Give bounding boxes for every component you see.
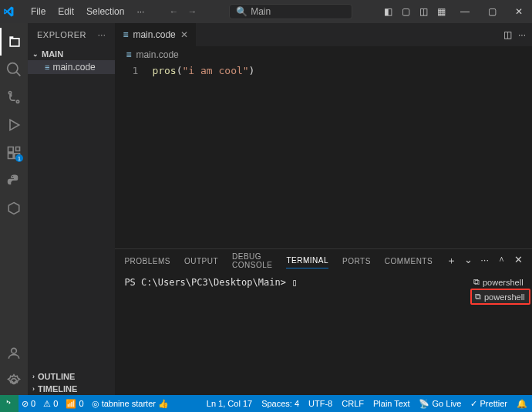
- status-prettier[interactable]: ✓ Prettier: [470, 399, 507, 409]
- status-errors[interactable]: ⊘ 0: [22, 399, 35, 409]
- editor-body[interactable]: 1 pros("i am cool"): [115, 63, 532, 248]
- line-number: 1: [115, 65, 138, 76]
- panel-close-icon[interactable]: ✕: [514, 254, 523, 268]
- status-notifications-icon[interactable]: 🔔: [517, 399, 527, 409]
- status-tabnine[interactable]: ◎ tabnine starter 👍: [92, 399, 169, 409]
- menu-selection[interactable]: Selection: [80, 6, 130, 17]
- nav-forward-icon[interactable]: →: [184, 6, 200, 17]
- command-center-text: Main: [251, 6, 271, 17]
- outline-header[interactable]: › OUTLINE: [28, 370, 115, 383]
- panel-tab-ports[interactable]: PORTS: [342, 254, 371, 268]
- menu-more[interactable]: ···: [130, 6, 150, 17]
- layout-controls: ◧ ▢ ◫ ▦: [382, 6, 448, 17]
- terminal-icon: ⧉: [475, 292, 481, 302]
- window-controls: — ▢ ✕: [454, 6, 529, 17]
- activity-settings[interactable]: [0, 367, 28, 395]
- activity-extensions[interactable]: 1: [0, 139, 28, 167]
- toggle-panel-icon[interactable]: ◧: [382, 6, 395, 17]
- status-golive[interactable]: 📡 Go Live: [419, 399, 461, 409]
- search-icon: 🔍: [236, 6, 247, 17]
- status-cursor-position[interactable]: Ln 1, Col 17: [207, 399, 252, 408]
- outline-label: OUTLINE: [38, 372, 75, 381]
- timeline-header[interactable]: › TIMELINE: [28, 383, 115, 395]
- terminal-output[interactable]: PS C:\Users\PC3\Desktop\Main> ▯: [115, 272, 469, 395]
- timeline-label: TIMELINE: [38, 384, 77, 393]
- explorer-folder-header[interactable]: ⌄ MAIN: [28, 48, 115, 60]
- tab-more-icon[interactable]: ···: [518, 29, 526, 40]
- file-icon: ≡: [45, 62, 49, 72]
- activity-source-control[interactable]: [0, 83, 28, 111]
- explorer-folder-name: MAIN: [42, 49, 63, 59]
- bottom-panel: PROBLEMS OUTPUT DEBUG CONSOLE TERMINAL P…: [115, 248, 532, 395]
- extensions-badge: 1: [15, 154, 23, 162]
- terminal-list: ⧉ powershell ⧉ powershell: [469, 272, 532, 395]
- customize-layout-icon[interactable]: ▦: [435, 6, 448, 17]
- editor-area: ≡ main.code ✕ ◫ ··· ≡ main.code 1 pros("…: [115, 23, 532, 395]
- new-terminal-icon[interactable]: ＋: [446, 254, 456, 268]
- sidebar-title: EXPLORER: [37, 30, 86, 39]
- editor-tab[interactable]: ≡ main.code ✕: [115, 23, 196, 46]
- terminal-name: powershell: [484, 292, 525, 302]
- command-center: 🔍 Main: [200, 4, 382, 19]
- panel-tab-comments[interactable]: COMMENTS: [385, 254, 433, 268]
- breadcrumb-file: main.code: [136, 49, 178, 60]
- split-editor-icon[interactable]: ◫: [417, 6, 430, 17]
- activity-search[interactable]: [0, 56, 28, 83]
- panel-more-icon[interactable]: ···: [480, 254, 489, 268]
- explorer-folder-section: ⌄ MAIN ≡ main.code: [28, 46, 115, 76]
- activity-python[interactable]: [0, 167, 28, 194]
- status-indent[interactable]: Spaces: 4: [261, 399, 299, 408]
- code-function: pros: [152, 65, 176, 76]
- panel-maximize-icon[interactable]: ＾: [497, 254, 507, 268]
- panel-tabs: PROBLEMS OUTPUT DEBUG CONSOLE TERMINAL P…: [115, 249, 532, 272]
- toggle-sidebar-icon[interactable]: ▢: [399, 6, 412, 17]
- chevron-right-icon: ›: [32, 373, 35, 380]
- chevron-right-icon: ›: [32, 385, 35, 393]
- status-warnings[interactable]: ⚠ 0: [43, 399, 58, 409]
- sidebar-header: EXPLORER ···: [28, 23, 115, 46]
- nav-back-icon[interactable]: ←: [166, 6, 181, 17]
- activity-bar: 1: [0, 23, 28, 395]
- status-eol[interactable]: CRLF: [342, 399, 364, 408]
- activity-run-debug[interactable]: [0, 111, 28, 139]
- line-gutter: 1: [115, 63, 146, 248]
- tab-label: main.code: [133, 29, 175, 40]
- menu-file[interactable]: File: [25, 6, 52, 17]
- terminal-dropdown-icon[interactable]: ⌄: [464, 254, 473, 268]
- command-center-box[interactable]: 🔍 Main: [229, 4, 352, 19]
- activity-account[interactable]: [0, 339, 28, 367]
- file-icon: ≡: [126, 49, 131, 60]
- remote-button[interactable]: [0, 395, 19, 412]
- split-right-icon[interactable]: ◫: [503, 29, 512, 40]
- terminal-icon: ⧉: [473, 277, 480, 287]
- file-icon: ≡: [123, 29, 128, 40]
- maximize-icon[interactable]: ▢: [482, 6, 503, 17]
- activity-explorer[interactable]: [0, 28, 28, 56]
- close-icon[interactable]: ✕: [509, 6, 529, 17]
- activity-hexagon[interactable]: [0, 194, 28, 222]
- status-encoding[interactable]: UTF-8: [308, 399, 332, 408]
- code-string: "i am cool": [183, 65, 249, 76]
- menu-edit[interactable]: Edit: [52, 6, 80, 17]
- terminal-item-active[interactable]: ⧉ powershell: [470, 289, 530, 305]
- file-item[interactable]: ≡ main.code: [28, 60, 115, 74]
- nav-history: ← →: [166, 6, 200, 17]
- status-bar: ⊘ 0 ⚠ 0 📶 0 ◎ tabnine starter 👍 Ln 1, Co…: [0, 395, 532, 412]
- minimize-icon[interactable]: —: [454, 6, 476, 17]
- status-language[interactable]: Plain Text: [373, 399, 410, 408]
- terminal-name: powershell: [483, 278, 524, 287]
- panel-tab-terminal[interactable]: TERMINAL: [286, 253, 328, 268]
- sidebar-more-icon[interactable]: ···: [98, 30, 106, 39]
- file-name: main.code: [52, 62, 95, 73]
- status-radio[interactable]: 📶 0: [66, 399, 83, 409]
- tab-bar: ≡ main.code ✕ ◫ ···: [115, 23, 532, 46]
- panel-tab-problems[interactable]: PROBLEMS: [124, 254, 170, 268]
- code-line[interactable]: pros("i am cool"): [146, 63, 254, 248]
- sidebar: EXPLORER ··· ⌄ MAIN ≡ main.code › OUTLIN…: [28, 23, 115, 395]
- panel-tab-debug[interactable]: DEBUG CONSOLE: [232, 249, 272, 272]
- terminal-item[interactable]: ⧉ powershell: [470, 275, 530, 289]
- tab-close-icon[interactable]: ✕: [180, 29, 188, 40]
- breadcrumb[interactable]: ≡ main.code: [115, 46, 532, 63]
- panel-tab-output[interactable]: OUTPUT: [184, 254, 218, 268]
- chevron-down-icon: ⌄: [32, 50, 39, 58]
